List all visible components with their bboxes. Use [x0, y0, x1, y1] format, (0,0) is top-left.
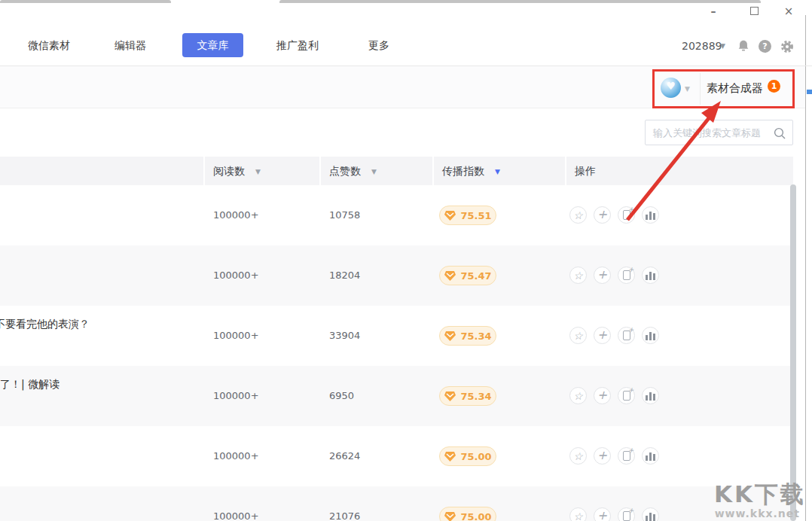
minimize-button[interactable]: – — [705, 4, 722, 19]
likes-value: 26624 — [329, 426, 360, 486]
gem-heart-icon — [444, 391, 456, 402]
divider — [700, 73, 701, 105]
search-input[interactable]: 输入关键词搜索文章标题 — [645, 120, 793, 145]
sort-triangle-icon[interactable]: ▼ — [255, 168, 261, 175]
bar-chart-icon — [646, 211, 656, 220]
composer-count-badge: 1 — [768, 80, 780, 93]
plus-icon — [597, 451, 607, 462]
tab-promotion[interactable]: 推广盈利 — [276, 39, 319, 53]
add-button[interactable] — [594, 387, 611, 404]
likes-value: 21076 — [329, 486, 360, 521]
spread-index-value: 75.51 — [460, 210, 491, 221]
table-row: 不要看完他的表演？ 100000+ 33904 75.34 — [0, 306, 793, 366]
article-title[interactable]: 不要看完他的表演？ — [0, 318, 90, 331]
favorite-button[interactable] — [569, 447, 587, 465]
star-icon — [573, 388, 583, 403]
bar-chart-icon — [646, 271, 656, 280]
copy-button[interactable] — [618, 507, 635, 521]
chevron-down-icon[interactable]: ▼ — [720, 42, 725, 50]
table-row: 100000+ 26624 75.00 — [0, 426, 793, 486]
gear-icon[interactable] — [780, 40, 794, 53]
bar-chart-icon — [646, 512, 656, 521]
tab-editor[interactable]: 编辑器 — [114, 39, 146, 53]
scrollbar-thumb[interactable] — [790, 184, 796, 521]
maximize-button[interactable] — [750, 7, 759, 15]
table-row: 100000+ 10758 75.51 — [0, 185, 793, 245]
plus-icon — [597, 270, 607, 281]
add-button[interactable] — [594, 507, 611, 521]
help-icon[interactable]: ? — [759, 40, 771, 53]
stats-button[interactable] — [642, 387, 659, 404]
reads-value: 100000+ — [213, 306, 259, 366]
likes-value: 6950 — [329, 366, 354, 426]
stats-button[interactable] — [642, 206, 659, 224]
tab-more[interactable]: 更多 — [368, 39, 389, 53]
copy-button[interactable] — [618, 387, 635, 404]
composer-logo-icon[interactable]: ♥ — [661, 78, 681, 98]
add-button[interactable] — [594, 327, 611, 344]
favorite-button[interactable] — [569, 267, 587, 284]
reads-value: 100000+ — [213, 185, 259, 245]
spread-index-badge: 75.34 — [439, 386, 496, 406]
reads-value: 100000+ — [213, 486, 259, 521]
account-id[interactable]: 202889 — [682, 40, 722, 52]
search-placeholder: 输入关键词搜索文章标题 — [653, 126, 761, 140]
spread-index-value: 75.34 — [460, 331, 491, 342]
favorite-button[interactable] — [569, 206, 587, 224]
table-row: 100000+ 18204 75.47 — [0, 245, 793, 306]
tab-wechat-material[interactable]: 微信素材 — [28, 39, 70, 53]
stats-button[interactable] — [642, 507, 659, 521]
tab-article-library[interactable]: 文章库 — [182, 33, 243, 57]
star-icon — [573, 509, 583, 521]
gem-heart-icon — [444, 451, 456, 462]
stats-button[interactable] — [642, 267, 659, 284]
gem-heart-icon — [444, 331, 456, 342]
spread-index-badge: 75.51 — [439, 206, 496, 225]
spread-index-value: 75.00 — [460, 511, 491, 521]
chevron-down-icon[interactable]: ▼ — [685, 85, 690, 93]
add-button[interactable] — [594, 447, 611, 465]
copy-icon — [623, 511, 630, 521]
article-title[interactable]: 了！| 微解读 — [0, 378, 60, 392]
copy-button[interactable] — [618, 206, 635, 224]
header-spread-index: 传播指数▼ — [434, 157, 565, 185]
gem-heart-icon — [444, 210, 456, 221]
bell-icon[interactable] — [737, 39, 750, 53]
add-button[interactable] — [594, 267, 611, 284]
copy-button[interactable] — [618, 267, 635, 284]
bar-chart-icon — [646, 331, 656, 340]
spread-index-badge: 75.47 — [439, 266, 496, 285]
copy-icon — [623, 210, 630, 220]
stats-button[interactable] — [642, 327, 659, 344]
spread-index-badge: 75.00 — [439, 446, 496, 466]
table-row: 100000+ 21076 75.00 — [0, 486, 793, 521]
search-icon[interactable] — [773, 126, 786, 140]
stats-button[interactable] — [642, 447, 659, 465]
reads-value: 100000+ — [213, 426, 259, 486]
plus-icon — [597, 210, 607, 221]
sort-triangle-icon[interactable]: ▼ — [371, 168, 377, 175]
copy-icon — [623, 451, 630, 461]
copy-icon — [623, 391, 630, 401]
gem-heart-icon — [444, 511, 456, 521]
spread-index-value: 75.47 — [460, 270, 491, 282]
reads-value: 100000+ — [213, 366, 259, 426]
add-button[interactable] — [594, 206, 611, 224]
favorite-button[interactable] — [569, 387, 587, 404]
favorite-button[interactable] — [569, 507, 587, 521]
copy-button[interactable] — [618, 447, 635, 465]
star-icon — [573, 328, 583, 343]
spread-index-value: 75.34 — [460, 391, 491, 402]
window-right-border — [805, 15, 806, 521]
likes-value: 10758 — [329, 185, 360, 245]
header-reads-label: 阅读数 — [213, 165, 245, 177]
close-button[interactable]: × — [780, 4, 797, 19]
header-reads: 阅读数▼ — [205, 157, 319, 185]
header-actions-label: 操作 — [575, 165, 596, 177]
heart-glyph: ♥ — [661, 80, 681, 92]
material-composer-button[interactable]: 素材合成器 — [707, 81, 763, 96]
favorite-button[interactable] — [569, 327, 587, 344]
sort-triangle-active-icon[interactable]: ▼ — [495, 168, 500, 175]
copy-button[interactable] — [618, 327, 635, 344]
header-spread-index-label: 传播指数 — [442, 165, 484, 177]
